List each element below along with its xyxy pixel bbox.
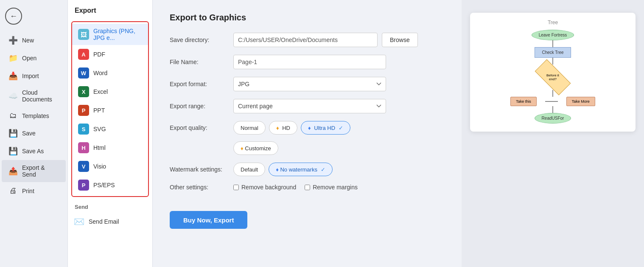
remove-margins-input[interactable] [305, 185, 310, 190]
new-icon: ➕ [8, 36, 18, 45]
export-panel-title: Export [68, 7, 152, 20]
email-icon: ✉️ [74, 216, 84, 227]
other-settings-row: Other settings: Remove background Remove… [170, 184, 445, 191]
fc-start-node: Leave Fortress [532, 30, 574, 40]
sidebar-item-import[interactable]: 📥 Import [2, 67, 66, 85]
watermark-row: Watermark settings: Default ♦ No waterma… [170, 163, 445, 176]
sidebar-item-new[interactable]: ➕ New [2, 31, 66, 49]
remove-margins-checkbox[interactable]: Remove margins [305, 184, 358, 191]
checkmark-icon: ✓ [339, 125, 343, 131]
import-icon: 📥 [8, 71, 18, 81]
preview-panel: Tree Leave Fortress Check Tree Before it… [462, 0, 644, 267]
watermark-none-button[interactable]: ♦ No watermarks ✓ [269, 163, 332, 176]
sidebar-item-print[interactable]: 🖨 Print [2, 182, 66, 200]
watermark-label: Watermark settings: [170, 166, 229, 173]
fc-arrow-4 [552, 106, 553, 113]
sidebar-item-open[interactable]: 📁 Open [2, 49, 66, 67]
watermark-none-label: No watermarks [280, 166, 317, 173]
fc-oval-end: ReadUSFor [535, 113, 571, 124]
pseps-label: PS/EPS [93, 182, 115, 188]
export-item-pdf[interactable]: A PDF [72, 45, 148, 64]
export-format-select[interactable]: JPG PNG BMP SVG PDF [233, 77, 386, 91]
buy-export-button[interactable]: Buy Now, Export [170, 211, 247, 229]
export-range-row: Export range: Current page All pages Sel… [170, 99, 445, 113]
export-item-word[interactable]: W Word [72, 64, 148, 82]
sidebar-cloud-label: Cloud Documents [22, 89, 59, 103]
save-directory-input[interactable] [233, 33, 378, 47]
fc-arrow-2 [552, 58, 553, 65]
ppt-label: PPT [93, 107, 105, 114]
open-icon: 📁 [8, 53, 18, 63]
word-label: Word [93, 70, 107, 76]
graphics-label: Graphics (PNG, JPG e... [93, 28, 142, 41]
export-icon: 📤 [8, 166, 18, 176]
save-directory-label: Save directory: [170, 37, 229, 43]
export-item-pseps[interactable]: P PS/EPS [72, 176, 148, 194]
sidebar-item-templates[interactable]: 🗂 Templates [2, 107, 66, 124]
gem-customize-icon: ♦ [241, 145, 244, 152]
sidebar-item-saveas[interactable]: 💾 Save As [2, 142, 66, 160]
visio-label: Visio [93, 163, 106, 170]
quality-options: Normal ♦ HD ♦ Ultra HD ✓ [233, 121, 350, 135]
sidebar-saveas-label: Save As [22, 148, 44, 155]
fc-end-node: ReadUSFor [535, 113, 571, 124]
remove-bg-label: Remove background [241, 184, 296, 191]
sidebar-item-cloud[interactable]: ☁️ Cloud Documents [2, 85, 66, 107]
browse-button[interactable]: Browse [382, 33, 418, 47]
sidebar-item-export[interactable]: 📤 Export & Send [2, 160, 66, 182]
quality-normal-button[interactable]: Normal [233, 121, 266, 135]
export-item-html[interactable]: H Html [72, 138, 148, 157]
sidebar-open-label: Open [22, 55, 36, 62]
templates-icon: 🗂 [8, 111, 18, 120]
export-range-select[interactable]: Current page All pages Selected area [233, 99, 386, 113]
cloud-icon: ☁️ [8, 91, 18, 101]
file-name-input[interactable] [233, 55, 386, 69]
export-range-label: Export range: [170, 103, 229, 110]
quality-label: Export quality: [170, 124, 229, 131]
fc-left-node: Take this [510, 97, 537, 106]
sidebar-item-save[interactable]: 💾 Save [2, 124, 66, 142]
sidebar-templates-label: Templates [22, 112, 49, 119]
export-item-svg[interactable]: S SVG [72, 120, 148, 138]
export-item-excel[interactable]: X Excel [72, 82, 148, 101]
pdf-label: PDF [93, 51, 105, 58]
send-section-label: Send [68, 199, 152, 213]
flowchart: Leave Fortress Check Tree Before itend? … [477, 30, 629, 124]
quality-ultrahd-button[interactable]: ♦ Ultra HD ✓ [301, 121, 350, 135]
page-title: Export to Graphics [170, 13, 445, 22]
fc-arrow-3 [552, 90, 553, 97]
export-format-label: Export format: [170, 81, 229, 87]
send-email-item[interactable]: ✉️ Send Email [68, 213, 152, 230]
export-section: 🖼 Graphics (PNG, JPG e... A PDF W Word X… [71, 21, 149, 197]
save-icon: 💾 [8, 129, 18, 138]
remove-bg-checkbox[interactable]: Remove background [233, 184, 296, 191]
customize-button[interactable]: ♦ Customize [233, 141, 278, 155]
export-item-visio[interactable]: V Visio [72, 157, 148, 176]
quality-hd-label: HD [282, 125, 290, 131]
gem-icon-blue: ♦ [308, 125, 311, 131]
sidebar-import-label: Import [22, 73, 39, 79]
export-format-row: Export format: JPG PNG BMP SVG PDF [170, 77, 445, 91]
quality-hd-button[interactable]: ♦ HD [269, 121, 297, 135]
send-email-label: Send Email [89, 218, 119, 225]
watermark-default-button[interactable]: Default [233, 163, 265, 176]
watermark-check-icon: ✓ [321, 166, 325, 173]
other-settings-label: Other settings: [170, 184, 229, 191]
main-content: Export to Graphics Save directory: Brows… [153, 0, 462, 267]
html-icon: H [78, 142, 89, 153]
excel-label: Excel [93, 88, 108, 95]
remove-margins-label: Remove margins [313, 184, 358, 191]
remove-bg-input[interactable] [233, 185, 239, 190]
sidebar: ← ➕ New 📁 Open 📥 Import ☁️ Cloud Documen… [0, 0, 68, 267]
export-item-ppt[interactable]: P PPT [72, 101, 148, 120]
back-button[interactable]: ← [5, 8, 22, 25]
export-item-graphics[interactable]: 🖼 Graphics (PNG, JPG e... [72, 24, 148, 45]
sidebar-print-label: Print [22, 188, 34, 194]
gem-watermark-icon: ♦ [276, 166, 279, 173]
svg-icon: S [78, 124, 89, 135]
export-panel: Export 🖼 Graphics (PNG, JPG e... A PDF W… [68, 0, 153, 267]
watermark-options: Default ♦ No watermarks ✓ [233, 163, 333, 176]
sidebar-export-label: Export & Send [22, 164, 59, 178]
save-directory-row: Save directory: Browse [170, 33, 445, 47]
customize-label: Customize [245, 145, 271, 152]
